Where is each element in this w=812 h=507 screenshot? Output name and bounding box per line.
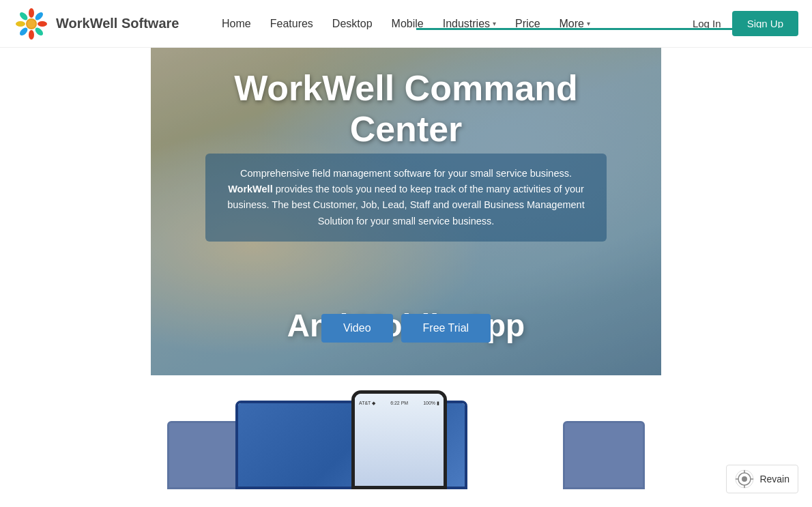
below-hero-section: AT&T ◆ 6:22 PM 100% ▮ xyxy=(0,375,812,493)
nav-home[interactable]: Home xyxy=(222,18,251,30)
navbar: WorkWell Software Home Features Desktop … xyxy=(0,0,812,48)
svg-point-8 xyxy=(18,10,29,21)
logo-icon xyxy=(14,6,49,42)
revain-label: Revain xyxy=(759,474,789,484)
hero-description: Comprehensive field management software … xyxy=(205,154,607,242)
revain-icon xyxy=(735,469,754,489)
svg-point-3 xyxy=(38,21,47,27)
phone-screen: AT&T ◆ 6:22 PM 100% ▮ xyxy=(355,394,444,486)
svg-point-7 xyxy=(16,21,25,27)
right-device-mockup xyxy=(563,421,645,489)
brand-name: WorkWell Software xyxy=(56,16,179,31)
hero-image-container: WorkWell Command Center Comprehensive fi… xyxy=(151,48,661,375)
revain-badge: Revain xyxy=(726,465,798,493)
hero-cta-buttons: Video Free Trial xyxy=(151,314,661,343)
svg-point-2 xyxy=(34,10,45,21)
hero-section: WorkWell Command Center Comprehensive fi… xyxy=(0,48,812,375)
svg-point-12 xyxy=(742,476,747,482)
hero-title: WorkWell Command Center xyxy=(151,68,661,150)
svg-point-5 xyxy=(29,30,34,40)
video-button[interactable]: Video xyxy=(321,314,393,343)
free-trial-button[interactable]: Free Trial xyxy=(401,314,491,343)
phone-status-bar: AT&T ◆ 6:22 PM 100% ▮ xyxy=(355,399,444,407)
nav-desktop[interactable]: Desktop xyxy=(332,18,373,30)
device-mockups: AT&T ◆ 6:22 PM 100% ▮ xyxy=(167,380,645,489)
chevron-down-icon: ▾ xyxy=(493,20,496,27)
auth-area: Log In Sign Up xyxy=(693,11,798,36)
svg-point-9 xyxy=(27,20,35,28)
phone-mockup: AT&T ◆ 6:22 PM 100% ▮ xyxy=(351,390,447,489)
nav-links: Home Features Desktop Mobile Industries … xyxy=(222,18,590,30)
nav-features[interactable]: Features xyxy=(270,18,313,30)
chevron-down-icon: ▾ xyxy=(587,20,590,27)
svg-point-6 xyxy=(18,26,29,37)
nav-underline xyxy=(416,28,785,30)
svg-point-4 xyxy=(34,26,45,37)
svg-point-1 xyxy=(29,8,34,18)
signup-button[interactable]: Sign Up xyxy=(732,11,798,36)
logo-area: WorkWell Software xyxy=(14,6,179,42)
